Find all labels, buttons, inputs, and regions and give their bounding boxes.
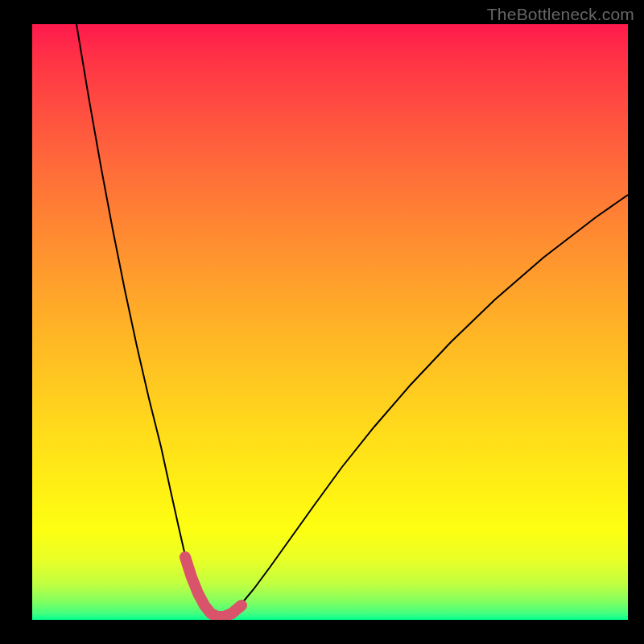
watermark-text: TheBottleneck.com (487, 5, 634, 24)
chart-frame: TheBottleneck.com (0, 0, 644, 644)
bottleneck-curve (76, 24, 628, 615)
curve-layer (32, 24, 628, 620)
min-marker (185, 557, 242, 617)
plot-area (32, 24, 628, 620)
